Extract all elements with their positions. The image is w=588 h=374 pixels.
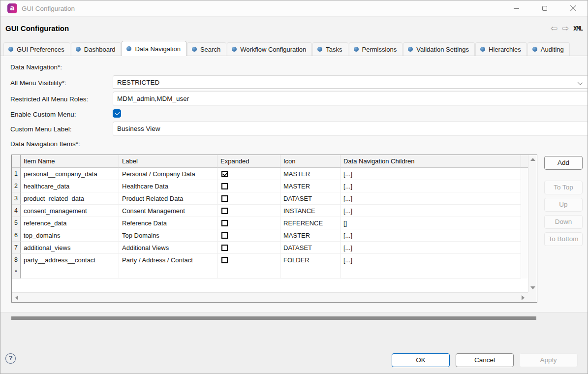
tab-hierarchies[interactable]: Hierarchies <box>475 42 527 56</box>
cell-children[interactable]: [] <box>340 217 521 229</box>
cell-children[interactable]: [...] <box>340 242 521 254</box>
tab-gui-preferences[interactable]: GUI Preferences <box>3 42 70 56</box>
restricted-roles-input[interactable]: MDM_admin,MDM_user <box>113 92 588 105</box>
cell-icon[interactable]: MASTER <box>280 180 340 192</box>
table-row[interactable]: 8 party__address__contact Party / Addres… <box>12 254 528 266</box>
cell-item-name[interactable]: top_domains <box>21 229 119 242</box>
table-row[interactable]: 4 consent_management Consent Management … <box>12 205 528 217</box>
cell-icon[interactable]: FOLDER <box>280 254 340 266</box>
cell-label[interactable]: Healthcare Data <box>119 180 217 192</box>
cell-expanded[interactable] <box>217 254 280 266</box>
vertical-scrollbar[interactable] <box>528 155 537 292</box>
cell-label[interactable]: Product Related Data <box>119 192 217 205</box>
expanded-checkbox[interactable] <box>221 232 228 239</box>
help-icon[interactable]: ? <box>5 353 16 364</box>
expanded-checkbox[interactable] <box>221 208 228 214</box>
cell-expanded[interactable] <box>217 242 280 254</box>
column-header-children[interactable]: Data Navigation Children <box>340 155 521 168</box>
cell-item-name[interactable]: product_related_data <box>21 192 119 205</box>
cell-children[interactable]: [...] <box>340 205 521 217</box>
scroll-down-icon[interactable] <box>530 286 535 289</box>
tab-data-navigation[interactable]: Data Navigation <box>122 41 186 56</box>
cell-label[interactable]: Top Domains <box>119 229 217 242</box>
cell-item-name[interactable]: consent_management <box>21 205 119 217</box>
cell-icon[interactable]: INSTANCE <box>280 205 340 217</box>
forward-arrow-icon[interactable]: ⇨ <box>562 24 569 32</box>
tab-permissions[interactable]: Permissions <box>349 42 403 56</box>
maximize-button[interactable] <box>530 0 559 16</box>
custom-menu-label-input[interactable]: Business View <box>113 122 588 135</box>
splitter-handle[interactable] <box>11 316 536 320</box>
cell-label[interactable] <box>119 266 217 279</box>
tab-workflow-configuration[interactable]: Workflow Configuration <box>227 42 312 56</box>
cell-children[interactable] <box>340 266 521 279</box>
cell-item-name[interactable]: reference_data <box>21 217 119 229</box>
table-row[interactable]: 2 healthcare_data Healthcare Data MASTER… <box>12 180 528 192</box>
column-header-label[interactable]: Label <box>119 155 217 168</box>
all-menu-visibility-select[interactable]: RESTRICTED <box>113 75 588 89</box>
enable-custom-menu-checkbox[interactable] <box>113 109 121 118</box>
cancel-button[interactable]: Cancel <box>456 353 514 367</box>
xml-view-button[interactable]: XML <box>573 25 583 32</box>
scroll-up-icon[interactable] <box>530 158 535 161</box>
column-header-icon[interactable]: Icon <box>280 155 340 168</box>
cell-children[interactable]: [...] <box>340 254 521 266</box>
cell-expanded[interactable] <box>217 205 280 217</box>
cell-icon[interactable]: DATASET <box>280 242 340 254</box>
cell-label[interactable]: Personal / Company Data <box>119 168 217 180</box>
cell-item-name[interactable]: healthcare_data <box>21 180 119 192</box>
down-button[interactable]: Down <box>544 215 583 229</box>
scroll-right-icon[interactable] <box>522 295 525 300</box>
column-header-expanded[interactable]: Expanded <box>217 155 280 168</box>
to-bottom-button[interactable]: To Bottom <box>544 232 583 246</box>
cell-item-name[interactable]: personal__company_data <box>21 168 119 180</box>
up-button[interactable]: Up <box>544 198 583 212</box>
cell-icon[interactable]: MASTER <box>280 229 340 242</box>
to-top-button[interactable]: To Top <box>544 181 583 194</box>
cell-children[interactable]: [...] <box>340 168 521 180</box>
cell-expanded[interactable] <box>217 192 280 205</box>
cell-expanded[interactable] <box>217 217 280 229</box>
cell-children[interactable]: [...] <box>340 180 521 192</box>
tab-validation-settings[interactable]: Validation Settings <box>403 42 475 56</box>
cell-icon[interactable] <box>280 266 340 279</box>
minimize-button[interactable] <box>502 0 530 16</box>
close-button[interactable] <box>559 0 588 16</box>
expanded-checkbox[interactable] <box>221 245 228 251</box>
cell-icon[interactable]: DATASET <box>280 192 340 205</box>
cell-expanded[interactable] <box>217 180 280 192</box>
expanded-checkbox[interactable] <box>221 183 228 189</box>
cell-icon[interactable]: MASTER <box>280 168 340 180</box>
table-row[interactable]: 6 top_domains Top Domains MASTER [...] <box>12 229 528 242</box>
cell-label[interactable]: Reference Data <box>119 217 217 229</box>
cell-expanded[interactable] <box>217 168 280 180</box>
cell-children[interactable]: [...] <box>340 229 521 242</box>
cell-item-name[interactable]: additional_views <box>21 242 119 254</box>
cell-label[interactable]: Consent Management <box>119 205 217 217</box>
tab-dashboard[interactable]: Dashboard <box>71 42 122 56</box>
table-row[interactable]: 5 reference_data Reference Data REFERENC… <box>12 217 528 229</box>
expanded-checkbox[interactable] <box>221 257 228 263</box>
tab-search[interactable]: Search <box>187 42 226 56</box>
cell-icon[interactable]: REFERENCE <box>280 217 340 229</box>
table-row[interactable]: 7 additional_views Additional Views DATA… <box>12 242 528 254</box>
expanded-checkbox[interactable] <box>221 195 228 202</box>
cell-children[interactable]: [...] <box>340 192 521 205</box>
add-button[interactable]: Add <box>544 156 583 170</box>
horizontal-scrollbar[interactable] <box>12 292 528 302</box>
cell-label[interactable]: Additional Views <box>119 242 217 254</box>
expanded-checkbox[interactable] <box>221 220 228 226</box>
cell-item-name[interactable] <box>21 266 119 279</box>
table-row[interactable]: 1 personal__company_data Personal / Comp… <box>12 168 528 180</box>
ok-button[interactable]: OK <box>392 353 450 367</box>
scroll-left-icon[interactable] <box>15 295 18 300</box>
expanded-checkbox[interactable] <box>221 171 228 177</box>
tab-auditing[interactable]: Auditing <box>527 42 570 56</box>
back-arrow-icon[interactable]: ⇦ <box>551 24 557 32</box>
tab-tasks[interactable]: Tasks <box>312 42 348 56</box>
cell-expanded[interactable] <box>217 266 280 279</box>
column-header-item-name[interactable]: Item Name <box>21 155 119 168</box>
cell-expanded[interactable] <box>217 229 280 242</box>
table-row[interactable]: 3 product_related_data Product Related D… <box>12 192 528 205</box>
cell-item-name[interactable]: party__address__contact <box>21 254 119 266</box>
